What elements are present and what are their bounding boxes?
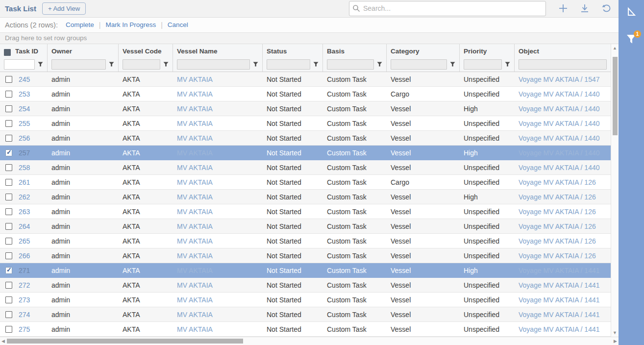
row-select-checkbox[interactable]: [0, 149, 18, 156]
object-link[interactable]: Voyage MV AKTAIA / 1441: [515, 281, 611, 289]
object-link[interactable]: Voyage MV AKTAIA / 126: [515, 222, 611, 230]
object-link[interactable]: Voyage MV AKTAIA / 1440: [515, 149, 611, 157]
table-row[interactable]: 272 admin AKTA MV AKTAIA Not Started Cus…: [0, 278, 611, 293]
object-link[interactable]: Voyage MV AKTAIA / 1441: [515, 296, 611, 304]
task-id-link[interactable]: 245: [18, 75, 48, 83]
table-row[interactable]: 271 admin AKTA MV AKTAIA Not Started Cus…: [0, 263, 611, 278]
filter-input-basis[interactable]: [327, 59, 374, 70]
vessel-name-link[interactable]: MV AKTAIA: [173, 105, 263, 113]
table-row[interactable]: 245 admin AKTA MV AKTAIA Not Started Cus…: [0, 72, 611, 87]
vessel-name-link[interactable]: MV AKTAIA: [173, 193, 263, 201]
object-link[interactable]: Voyage MV AKTAIA / 126: [515, 193, 611, 201]
horizontal-scrollbar-thumb[interactable]: [7, 339, 243, 344]
action-cancel[interactable]: Cancel: [168, 21, 188, 28]
download-icon[interactable]: [579, 3, 590, 14]
select-all-checkbox[interactable]: [4, 49, 11, 56]
filter-input-object[interactable]: [519, 59, 607, 70]
vessel-name-link[interactable]: MV AKTAIA: [173, 281, 263, 289]
task-id-link[interactable]: 263: [18, 208, 48, 216]
vessel-name-link[interactable]: MV AKTAIA: [173, 178, 263, 186]
row-select-checkbox[interactable]: [0, 282, 18, 289]
scroll-down-icon[interactable]: ▼: [613, 330, 617, 336]
table-row[interactable]: 274 admin AKTA MV AKTAIA Not Started Cus…: [0, 307, 611, 322]
table-row[interactable]: 255 admin AKTA MV AKTAIA Not Started Cus…: [0, 116, 611, 131]
action-mark-in-progress[interactable]: Mark In Progress: [105, 21, 156, 28]
column-header-priority[interactable]: Priority: [464, 47, 510, 58]
column-header-vessel-name[interactable]: Vessel Name: [177, 47, 258, 58]
vessel-name-link[interactable]: MV AKTAIA: [173, 311, 263, 319]
row-select-checkbox[interactable]: [0, 238, 18, 245]
row-select-checkbox[interactable]: [0, 252, 18, 259]
filter-input-status[interactable]: [267, 59, 310, 70]
task-id-link[interactable]: 274: [18, 311, 48, 319]
table-row[interactable]: 262 admin AKTA MV AKTAIA Not Started Cus…: [0, 190, 611, 204]
vessel-name-link[interactable]: MV AKTAIA: [173, 267, 263, 274]
object-link[interactable]: Voyage MV AKTAIA / 1440: [515, 105, 611, 113]
object-link[interactable]: Voyage MV AKTAIA / 1441: [515, 311, 611, 319]
row-select-checkbox[interactable]: [0, 208, 18, 215]
filter-funnel-icon[interactable]: [377, 62, 382, 67]
task-id-link[interactable]: 264: [18, 222, 48, 230]
undo-icon[interactable]: [601, 3, 612, 14]
vessel-name-link[interactable]: MV AKTAIA: [173, 75, 263, 83]
task-id-link[interactable]: 272: [18, 281, 48, 289]
row-select-checkbox[interactable]: [0, 164, 18, 171]
object-link[interactable]: Voyage MV AKTAIA / 1440: [515, 164, 611, 172]
task-id-link[interactable]: 273: [18, 296, 48, 304]
row-select-checkbox[interactable]: [0, 296, 18, 303]
filter-funnel-icon[interactable]: [505, 62, 510, 67]
column-header-task-id[interactable]: Task ID: [15, 47, 38, 58]
filters-panel-button[interactable]: 1: [622, 30, 640, 48]
row-select-checkbox[interactable]: [0, 120, 18, 127]
column-header-category[interactable]: Category: [391, 47, 455, 58]
scroll-left-icon[interactable]: ◀: [1, 338, 5, 344]
vessel-name-link[interactable]: MV AKTAIA: [173, 296, 263, 304]
vessel-name-link[interactable]: MV AKTAIA: [173, 90, 263, 98]
search-input[interactable]: [349, 1, 546, 16]
vessel-name-link[interactable]: MV AKTAIA: [173, 149, 263, 157]
filter-funnel-icon[interactable]: [38, 62, 43, 67]
row-select-checkbox[interactable]: [0, 311, 18, 318]
horizontal-scrollbar[interactable]: ◀ ▶: [0, 337, 619, 345]
object-link[interactable]: Voyage MV AKTAIA / 1441: [515, 325, 611, 333]
task-id-link[interactable]: 271: [18, 267, 48, 274]
row-group-drop-zone[interactable]: Drag here to set row groups: [0, 33, 619, 44]
filter-funnel-icon[interactable]: [450, 62, 455, 67]
object-link[interactable]: Voyage MV AKTAIA / 126: [515, 237, 611, 245]
object-link[interactable]: Voyage MV AKTAIA / 1547: [515, 75, 611, 83]
table-row[interactable]: 265 admin AKTA MV AKTAIA Not Started Cus…: [0, 234, 611, 248]
row-select-checkbox[interactable]: [0, 179, 18, 186]
row-select-checkbox[interactable]: [0, 267, 18, 274]
table-row[interactable]: 264 admin AKTA MV AKTAIA Not Started Cus…: [0, 219, 611, 234]
task-id-link[interactable]: 261: [18, 178, 48, 186]
task-id-link[interactable]: 262: [18, 193, 48, 201]
row-select-checkbox[interactable]: [0, 223, 18, 230]
object-link[interactable]: Voyage MV AKTAIA / 126: [515, 252, 611, 260]
filter-input-priority[interactable]: [464, 59, 502, 70]
object-link[interactable]: Voyage MV AKTAIA / 1440: [515, 90, 611, 98]
vessel-name-link[interactable]: MV AKTAIA: [173, 208, 263, 216]
object-link[interactable]: Voyage MV AKTAIA / 1440: [515, 120, 611, 127]
vertical-scrollbar[interactable]: ▲ ▼: [611, 44, 619, 337]
row-select-checkbox[interactable]: [0, 326, 18, 333]
row-select-checkbox[interactable]: [0, 91, 18, 98]
table-row[interactable]: 256 admin AKTA MV AKTAIA Not Started Cus…: [0, 131, 611, 146]
vessel-name-link[interactable]: MV AKTAIA: [173, 134, 263, 142]
vessel-name-link[interactable]: MV AKTAIA: [173, 164, 263, 172]
row-select-checkbox[interactable]: [0, 105, 18, 112]
column-header-owner[interactable]: Owner: [51, 47, 114, 58]
vessel-name-link[interactable]: MV AKTAIA: [173, 120, 263, 127]
task-id-link[interactable]: 256: [18, 134, 48, 142]
filter-input-owner[interactable]: [51, 59, 106, 70]
vessel-name-link[interactable]: MV AKTAIA: [173, 237, 263, 245]
task-id-link[interactable]: 265: [18, 237, 48, 245]
task-id-link[interactable]: 258: [18, 164, 48, 172]
vertical-scrollbar-thumb[interactable]: [613, 57, 618, 135]
table-row[interactable]: 266 admin AKTA MV AKTAIA Not Started Cus…: [0, 248, 611, 263]
task-id-link[interactable]: 257: [18, 149, 48, 157]
filter-funnel-icon[interactable]: [109, 62, 114, 67]
filter-funnel-icon[interactable]: [253, 62, 258, 67]
column-header-vessel-code[interactable]: Vessel Code: [123, 47, 169, 58]
vessel-name-link[interactable]: MV AKTAIA: [173, 252, 263, 260]
scroll-up-icon[interactable]: ▲: [613, 45, 617, 51]
